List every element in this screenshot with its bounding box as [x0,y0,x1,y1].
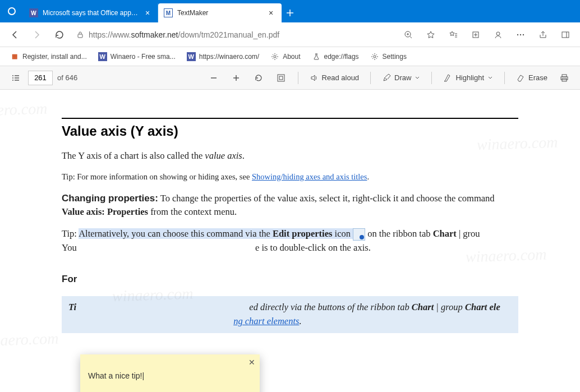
highlight-label: Highlight [455,73,484,82]
chevron-down-icon [487,75,493,81]
print-button[interactable] [554,68,574,88]
doc-link[interactable]: ng chart elements [233,316,299,326]
draw-label: Draw [394,73,411,82]
rotate-button[interactable] [248,68,269,88]
bookmarks-bar: ▦ Register, install and... W Winaero - F… [0,47,580,66]
gear-icon [370,52,379,61]
bookmark-label: Register, install and... [22,53,87,61]
bookmark-label: edge://flags [324,53,359,61]
doc-tip: Tip: For more information on showing or … [62,171,518,183]
bookmark-label: About [283,53,300,61]
tab-inactive-1[interactable]: W Microsoft says that Office apps ... × [24,3,158,22]
close-icon[interactable]: × [266,8,275,17]
close-icon[interactable]: ✕ [248,358,255,367]
favorites-list-button[interactable] [443,25,463,45]
bookmark-label: Winaero - Free sma... [111,53,176,61]
erase-button[interactable]: Erase [512,71,552,85]
svg-rect-2 [78,34,82,38]
refresh-button[interactable] [49,25,70,45]
url-input[interactable]: https://www.softmaker.net/down/tm2021man… [72,26,396,44]
doc-paragraph: Tip: Alternatively, you can choose this … [62,227,518,255]
contents-button[interactable] [6,68,26,88]
zoom-out-button[interactable] [204,68,224,88]
svg-point-5 [496,32,500,35]
svg-point-10 [274,56,276,58]
tab-title: TextMaker [177,9,262,17]
fit-page-button[interactable] [271,68,291,88]
chevron-down-icon [415,75,420,81]
menu-button[interactable] [510,25,531,45]
doc-paragraph: The Y axis of a chart is also called the… [62,149,518,163]
bookmark-item[interactable]: Settings [366,50,411,63]
site-icon: W [187,52,196,61]
favicon-icon: W [29,8,38,17]
zoom-in-button[interactable] [226,68,246,88]
edit-properties-icon [353,228,365,241]
collections-button[interactable] [466,25,486,45]
svg-point-7 [520,34,521,35]
svg-rect-13 [279,76,283,80]
favorite-button[interactable] [421,25,441,45]
profile-button[interactable] [488,25,508,45]
watermark: winaero.com [0,99,48,120]
back-button[interactable] [4,25,25,45]
svg-point-11 [374,56,376,58]
bookmark-label: https://winaero.com/ [199,53,259,61]
bookmark-item[interactable]: About [266,50,305,63]
address-bar: https://www.softmaker.net/down/tm2021man… [0,22,580,47]
url-text: https://www.softmaker.net/down/tm2021man… [89,30,392,39]
draw-button[interactable]: Draw [378,71,425,85]
doc-paragraph: For [62,272,518,287]
bookmark-label: Settings [383,53,407,61]
document-viewport[interactable]: winaero.com winaero.com winaero.com wina… [0,90,580,392]
close-icon[interactable]: × [143,8,152,17]
highlight-button[interactable]: Highlight [439,71,498,85]
tab-active[interactable]: M TextMaker × [158,3,282,22]
svg-rect-9 [562,32,569,38]
read-aloud-button[interactable]: Read aloud [305,71,364,85]
favicon-icon: M [164,8,173,17]
lock-icon [76,31,84,39]
pdf-page: winaero.com winaero.com winaero.com wina… [0,90,580,392]
gear-icon [270,52,279,61]
note-text-input[interactable]: What a nice tip!| [80,354,260,392]
svg-rect-12 [278,75,284,81]
svg-rect-14 [562,75,567,77]
annotation-note[interactable]: ✕ What a nice tip!| [80,354,260,392]
grid-icon: ▦ [10,52,19,61]
window-icon [0,0,24,22]
browser-titlebar: W Microsoft says that Office apps ... × … [0,0,580,22]
svg-point-8 [523,34,524,35]
forward-button [27,25,47,45]
sidebar-button[interactable] [555,25,576,45]
pdf-toolbar: of 646 Read aloud Draw Highlight Erase [0,66,580,90]
doc-heading: Value axis (Y axis) [62,123,518,139]
bookmark-item[interactable]: ▦ Register, install and... [6,50,91,63]
page-number-input[interactable] [28,71,53,85]
doc-note-box: Ti ed directly via the buttons of the ri… [62,296,518,333]
tab-title: Microsoft says that Office apps ... [43,9,139,17]
watermark: winaero.com [0,329,59,350]
doc-link[interactable]: Showing/hiding axes and axis titles [252,172,367,181]
page-total-label: of 646 [55,73,80,82]
bookmark-item[interactable]: W https://winaero.com/ [182,50,264,63]
erase-label: Erase [528,73,547,82]
bookmark-item[interactable]: W Winaero - Free sma... [94,50,180,63]
site-icon: W [98,52,107,61]
svg-point-6 [517,34,518,35]
share-button[interactable] [533,25,553,45]
new-tab-button[interactable] [282,3,298,22]
flask-icon [312,52,321,61]
zoom-icon[interactable] [398,25,418,45]
bookmark-item[interactable]: edge://flags [307,50,363,63]
doc-paragraph: Changing properties: To change the prope… [62,191,518,220]
read-aloud-label: Read aloud [322,73,360,82]
